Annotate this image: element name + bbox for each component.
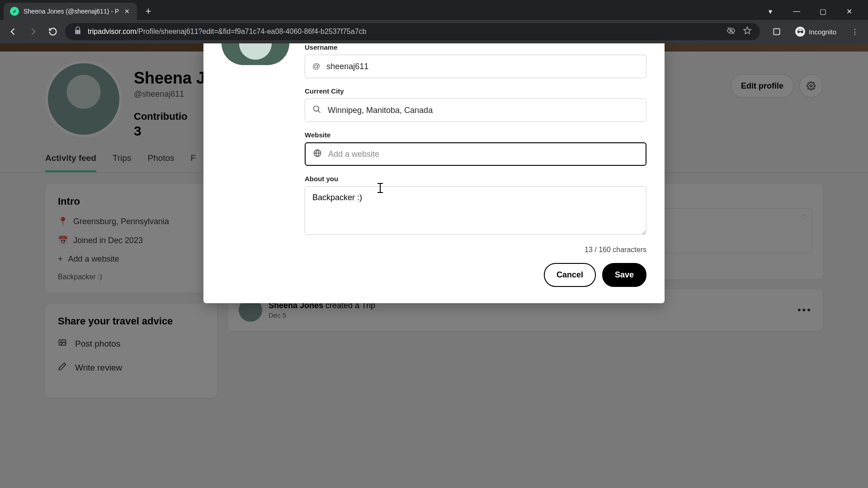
incognito-indicator[interactable]: 🕶 Incognito	[791, 24, 841, 39]
text-cursor	[377, 183, 384, 193]
incognito-icon: 🕶	[795, 27, 805, 37]
minimize-icon[interactable]: —	[788, 5, 806, 18]
close-tab-icon[interactable]: ✕	[123, 8, 131, 15]
url-text: tripadvisor.com/Profile/sheenaj611?edit=…	[88, 28, 366, 36]
forward-button[interactable]	[25, 24, 41, 39]
chevron-down-icon[interactable]: ▾	[761, 5, 779, 18]
browser-toolbar: tripadvisor.com/Profile/sheenaj611?edit=…	[0, 20, 868, 43]
address-bar[interactable]: tripadvisor.com/Profile/sheenaj611?edit=…	[65, 23, 760, 40]
back-button[interactable]	[5, 24, 21, 39]
website-field-group: Website	[305, 131, 646, 166]
city-input[interactable]	[328, 106, 639, 115]
modal-avatar[interactable]	[222, 43, 289, 65]
website-label: Website	[305, 131, 646, 139]
new-tab-button[interactable]: +	[142, 5, 155, 18]
about-textarea[interactable]	[305, 186, 646, 235]
at-sign-icon: @	[312, 62, 320, 71]
search-icon	[312, 105, 321, 116]
about-field-group: About you	[305, 175, 646, 237]
username-input[interactable]	[326, 62, 639, 71]
cancel-button[interactable]: Cancel	[544, 263, 596, 287]
reload-button[interactable]	[45, 24, 61, 39]
extensions-icon[interactable]	[769, 24, 784, 39]
character-count: 13 / 160 characters	[305, 246, 646, 254]
save-button[interactable]: Save	[602, 263, 646, 287]
city-field-group: Current City	[305, 87, 646, 122]
globe-icon	[313, 149, 322, 160]
svg-rect-1	[774, 28, 779, 34]
username-field-group: Username @	[305, 43, 646, 78]
bookmark-star-icon[interactable]	[743, 26, 752, 37]
city-label: Current City	[305, 87, 646, 95]
lock-icon	[73, 26, 82, 37]
tab-strip: ✓ Sheena Jones (@sheenaj611) - P ✕ + ▾ —…	[0, 0, 868, 20]
eye-off-icon[interactable]	[726, 26, 736, 37]
tripadvisor-favicon: ✓	[10, 7, 19, 16]
browser-tab[interactable]: ✓ Sheena Jones (@sheenaj611) - P ✕	[4, 3, 137, 20]
kebab-menu-icon[interactable]: ⋮	[847, 24, 863, 39]
window-controls: ▾ — ▢ ✕	[761, 3, 864, 20]
close-window-icon[interactable]: ✕	[840, 5, 858, 18]
tab-title: Sheena Jones (@sheenaj611) - P	[24, 8, 119, 15]
browser-chrome: ✓ Sheena Jones (@sheenaj611) - P ✕ + ▾ —…	[0, 0, 868, 43]
website-input[interactable]	[328, 150, 638, 159]
about-label: About you	[305, 175, 646, 183]
username-label: Username	[305, 43, 646, 51]
maximize-icon[interactable]: ▢	[814, 5, 832, 18]
svg-point-5	[314, 106, 319, 111]
edit-profile-modal: Username @ Current City Website	[203, 43, 665, 303]
